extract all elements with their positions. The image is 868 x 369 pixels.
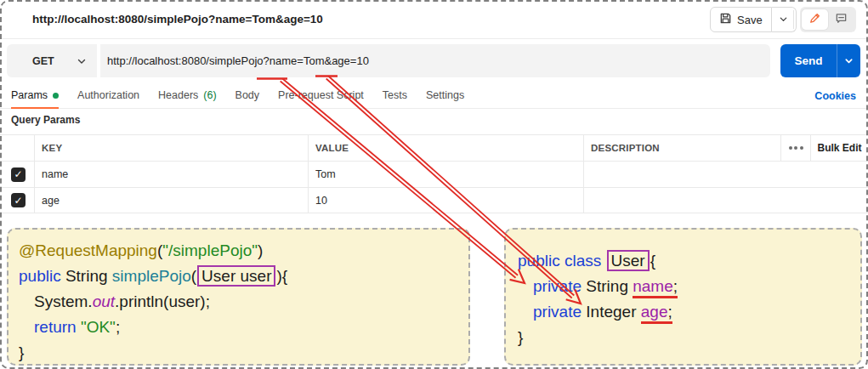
tab-label: Settings — [426, 89, 464, 101]
underlined-token: name — [633, 277, 673, 298]
pencil-icon — [808, 12, 821, 28]
code-token: private — [533, 303, 586, 321]
underlined-token: ; — [673, 277, 678, 298]
table-row: ✓ age 10 — [0, 187, 868, 213]
method-label: GET — [32, 55, 77, 67]
code-line: } — [518, 325, 848, 350]
send-button[interactable]: Send — [780, 44, 860, 77]
save-icon — [719, 12, 732, 27]
description-cell[interactable] — [583, 162, 868, 187]
code-token: ( — [191, 267, 196, 285]
chevron-down-icon — [779, 12, 788, 27]
column-header-description: DESCRIPTION — [583, 135, 780, 161]
code-token: .println(user); — [115, 292, 210, 310]
url-input[interactable] — [100, 44, 770, 77]
query-params-table: KEY VALUE DESCRIPTION Bulk Edit ✓ name T… — [0, 134, 868, 213]
code-token: } — [19, 343, 24, 361]
code-line: } — [19, 340, 458, 366]
section-title: Query Params — [11, 114, 80, 126]
code-token: return — [34, 318, 81, 336]
edit-comment-toggle — [800, 7, 856, 32]
postman-window: http://localhost:8080/simplePojo?name=To… — [0, 0, 868, 369]
code-token: "OK" — [81, 318, 116, 336]
request-tabs: Params Authorization Headers (6) Body Pr… — [0, 82, 868, 109]
edit-mode-button[interactable] — [802, 9, 828, 30]
method-select[interactable]: GET — [7, 44, 97, 77]
send-button-label: Send — [780, 44, 837, 77]
save-split-button: Save — [710, 7, 797, 32]
tab-label: Headers — [158, 89, 198, 101]
code-token: @RequestMapping — [19, 241, 157, 259]
tab-label: Body — [235, 89, 260, 101]
controller-code-snippet: @RequestMapping("/simplePojo")public Str… — [7, 228, 470, 366]
code-line: public String simplePojo(User user){ — [19, 264, 458, 289]
tab-params[interactable]: Params — [11, 82, 59, 108]
table-header-row: KEY VALUE DESCRIPTION Bulk Edit — [0, 134, 868, 161]
send-options-button[interactable] — [837, 44, 860, 77]
code-token: { — [650, 252, 655, 270]
comment-icon — [835, 12, 848, 28]
tab-label: Authorization — [77, 89, 139, 101]
row-checkbox-cell: ✓ — [0, 188, 34, 213]
tab-body[interactable]: Body — [235, 82, 260, 108]
code-line: private Integer age; — [518, 299, 848, 325]
code-token: String — [586, 277, 633, 295]
tab-settings[interactable]: Settings — [426, 82, 464, 108]
row-checkbox-cell: ✓ — [0, 162, 34, 187]
code-token: Integer — [586, 303, 640, 321]
comment-mode-button[interactable] — [828, 9, 854, 30]
description-cell[interactable] — [583, 188, 868, 213]
code-token: } — [518, 328, 523, 346]
tab-pre-request-script[interactable]: Pre-request Script — [278, 82, 364, 108]
row-checkbox[interactable]: ✓ — [11, 193, 26, 207]
code-token: System. — [34, 292, 93, 310]
three-dots-icon — [789, 146, 803, 150]
code-line: System.out.println(user); — [19, 289, 458, 315]
tab-tests[interactable]: Tests — [383, 82, 407, 108]
underlined-token: ; — [667, 303, 672, 324]
request-title-bar: http://localhost:8080/simplePojo?name=To… — [0, 0, 868, 39]
code-line: public class User{ — [518, 248, 848, 274]
value-cell[interactable]: Tom — [308, 162, 583, 187]
header-checkbox-cell — [0, 135, 34, 161]
code-token: "/simplePojo" — [162, 241, 258, 259]
code-token: ) — [258, 241, 263, 259]
column-header-value: VALUE — [308, 135, 583, 161]
code-token: private — [533, 277, 586, 295]
toolbar-divider — [793, 10, 794, 29]
key-cell[interactable]: age — [34, 188, 308, 213]
code-line: @RequestMapping("/simplePojo") — [19, 238, 458, 264]
code-token: public class — [518, 252, 606, 270]
tab-label: Params — [11, 89, 48, 101]
code-token: simplePojo — [112, 267, 191, 285]
bulk-edit-button[interactable]: Bulk Edit — [810, 135, 868, 161]
code-line: return "OK"; — [19, 315, 458, 340]
user-pojo-code-snippet: public class User{private String name;pr… — [504, 228, 862, 366]
tab-headers[interactable]: Headers (6) — [158, 82, 217, 108]
code-token: public — [19, 267, 65, 285]
headers-count-badge: (6) — [203, 89, 216, 101]
unsaved-params-dot — [53, 93, 59, 99]
more-options-icon[interactable] — [780, 135, 810, 161]
cookies-link[interactable]: Cookies — [814, 82, 856, 109]
chevron-down-icon — [77, 56, 87, 66]
row-checkbox[interactable]: ✓ — [11, 167, 26, 182]
code-token: out — [93, 292, 115, 310]
save-button-label: Save — [737, 14, 763, 26]
tab-label: Tests — [383, 89, 407, 101]
code-token: ){ — [276, 267, 287, 285]
code-line: private String name; — [518, 274, 848, 299]
url-field — [100, 44, 770, 77]
underlined-token: age — [641, 303, 668, 324]
save-button[interactable]: Save — [710, 7, 772, 32]
tab-label: Pre-request Script — [278, 89, 364, 101]
request-title: http://localhost:8080/simplePojo?name=To… — [32, 0, 323, 39]
highlight-boxed-token: User — [607, 250, 650, 271]
value-cell[interactable]: 10 — [308, 188, 583, 213]
column-header-key: KEY — [34, 135, 308, 161]
code-token: ; — [116, 318, 120, 336]
highlight-boxed-token: User user — [197, 265, 275, 287]
key-cell[interactable]: name — [34, 162, 308, 187]
table-row: ✓ name Tom — [0, 161, 868, 187]
tab-authorization[interactable]: Authorization — [77, 82, 139, 108]
